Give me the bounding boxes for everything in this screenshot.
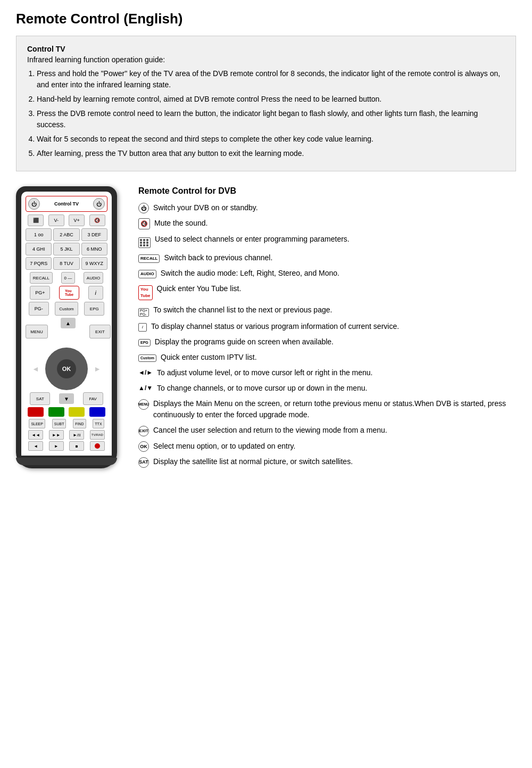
stop-btn[interactable]: ■ bbox=[69, 441, 84, 451]
exit-desc-icon: EXIT bbox=[138, 425, 149, 436]
numpad-icon bbox=[138, 234, 151, 248]
updown-icon: ▲/▼ bbox=[138, 383, 153, 393]
dvb-updown-text: To change channels, or to move cursor up… bbox=[157, 383, 516, 394]
mute-icon: 🔇 bbox=[138, 218, 150, 229]
color-buttons bbox=[26, 407, 107, 417]
num-9-btn[interactable]: 9 WXYZ bbox=[81, 257, 107, 270]
remote-screen-area: ⏻ Control TV ⏻ ⬛ V- V+ 🔇 1 oo 2 ABC 3 DE… bbox=[21, 192, 112, 456]
dpad: ◄ OK ► bbox=[32, 348, 101, 390]
remote-bottom bbox=[16, 458, 117, 465]
left-btn[interactable]: ◄ bbox=[32, 365, 39, 373]
dvb-recall-text: Switch back to previous channel. bbox=[164, 252, 516, 263]
down-btn[interactable]: ▼ bbox=[59, 393, 74, 404]
sat-row: SAT ▼ FAV bbox=[26, 392, 107, 405]
num-4-btn[interactable]: 4 GHI bbox=[26, 243, 52, 255]
audio-icon: AUDIO bbox=[138, 268, 156, 278]
num-0-btn[interactable]: 0 — bbox=[61, 272, 76, 284]
right-btn[interactable]: ► bbox=[94, 365, 101, 373]
sat-desc-icon: SAT bbox=[138, 457, 149, 468]
dvb-item-recall: RECALL Switch back to previous channel. bbox=[138, 252, 516, 263]
dvb-item-menu: MENU Displays the Main Menu on the scree… bbox=[138, 398, 516, 420]
pg-plus-btn[interactable]: PG+ bbox=[30, 286, 50, 300]
dvb-mute-text: Mute the sound. bbox=[154, 218, 516, 229]
dvb-item-updown: ▲/▼ To change channels, or to move curso… bbox=[138, 383, 516, 394]
epg-btn[interactable]: EPG bbox=[84, 302, 104, 316]
media-row-1: ◄◄ ►► ►/II TV/RAD bbox=[26, 430, 107, 440]
control-tv-label: Control TV bbox=[54, 201, 79, 207]
subt-btn[interactable]: SUBT bbox=[52, 419, 66, 428]
tv-rad-btn[interactable]: TV/RAD bbox=[90, 430, 105, 440]
step-5: After learning, press the TV button area… bbox=[37, 148, 505, 159]
step-2: Hand-held by learning remote control, ai… bbox=[37, 94, 505, 105]
info-desc-icon: i bbox=[138, 321, 147, 332]
main-content: ⏻ Control TV ⏻ ⬛ V- V+ 🔇 1 oo 2 ABC 3 DE… bbox=[16, 186, 516, 472]
prev-btn[interactable]: ◄ bbox=[28, 441, 43, 451]
rewind-btn[interactable]: ◄◄ bbox=[28, 430, 43, 440]
dvb-exit-text: Cancel the user selection and return to … bbox=[153, 425, 516, 436]
num-7-btn[interactable]: 7 PQRS bbox=[26, 257, 52, 270]
sat-btn[interactable]: SAT bbox=[30, 392, 50, 405]
sleep-btn[interactable]: SLEEP bbox=[29, 419, 45, 428]
play-pause-btn[interactable]: ►/II bbox=[69, 430, 84, 440]
custom-btn[interactable]: Custom bbox=[55, 302, 78, 316]
step-1: Press and hold the "Power" key of the TV… bbox=[37, 68, 505, 90]
fast-forward-btn[interactable]: ►► bbox=[49, 430, 64, 440]
dvb-epg-text: Display the programs guide on screen whe… bbox=[155, 336, 516, 348]
up-btn[interactable]: ▲ bbox=[61, 318, 76, 328]
dvb-pg-text: To switch the channel list to the next o… bbox=[153, 304, 516, 316]
dvb-numpad-text: Used to select channels or enter program… bbox=[155, 234, 516, 245]
dvb-youtube-text: Quick enter You Tube list. bbox=[157, 283, 516, 294]
pg-minus-btn[interactable]: PG- bbox=[29, 302, 49, 316]
num-2-btn[interactable]: 2 ABC bbox=[53, 228, 79, 241]
audio-btn[interactable]: AUDIO bbox=[84, 272, 103, 284]
ttx-btn[interactable]: TTX bbox=[93, 419, 104, 428]
blue-btn[interactable] bbox=[89, 407, 105, 417]
green-btn[interactable] bbox=[48, 407, 64, 417]
fav-btn[interactable]: FAV bbox=[83, 392, 103, 405]
power-btn-left[interactable]: ⏻ bbox=[28, 198, 40, 210]
control-tv-steps: Press and hold the "Power" key of the TV… bbox=[27, 68, 505, 159]
num-1-btn[interactable]: 1 oo bbox=[26, 228, 52, 241]
media-row-2: ◄ ► ■ bbox=[26, 441, 107, 451]
step-4: Wait for 5 seconds to repeat the second … bbox=[37, 134, 505, 145]
rec-btn[interactable] bbox=[90, 441, 105, 451]
pg-minus-row: PG- Custom EPG bbox=[26, 302, 107, 316]
num-3-btn[interactable]: 3 DEF bbox=[81, 228, 107, 241]
nav-top-row: MENU ▲ EXIT bbox=[26, 318, 111, 345]
dvb-item-sat: SAT Display the satellite list at normal… bbox=[138, 456, 516, 468]
vol-minus-btn[interactable]: V- bbox=[48, 214, 64, 226]
power-btn-right[interactable]: ⏻ bbox=[93, 198, 105, 210]
page-title: Remote Control (English) bbox=[16, 11, 516, 27]
find-btn[interactable]: FIND bbox=[73, 419, 86, 428]
num-5-btn[interactable]: 5 JKL bbox=[53, 243, 79, 255]
dvb-item-pg: PG+PG- To switch the channel list to the… bbox=[138, 304, 516, 317]
dvb-info-text: To display channel status or various pro… bbox=[151, 321, 516, 332]
recall-icon: RECALL bbox=[138, 253, 160, 263]
red-btn[interactable] bbox=[28, 407, 44, 417]
ok-desc-icon: OK bbox=[138, 441, 149, 452]
dvb-item-mute: 🔇 Mute the sound. bbox=[138, 218, 516, 229]
top-row: ⏻ Control TV ⏻ bbox=[26, 196, 107, 212]
dvb-menu-text: Displays the Main Menu on the screen, or… bbox=[153, 398, 516, 420]
recall-btn[interactable]: RECALL bbox=[30, 272, 53, 284]
dvb-title: Remote Control for DVB bbox=[138, 186, 516, 196]
dvb-sat-text: Display the satellite list at normal pic… bbox=[153, 456, 516, 467]
dvb-item-custom: Custom Quick enter custom IPTV list. bbox=[138, 352, 516, 363]
dvb-item-info: i To display channel status or various p… bbox=[138, 321, 516, 332]
next-btn[interactable]: ► bbox=[49, 441, 64, 451]
youtube-desc-icon: YouTube bbox=[138, 284, 153, 300]
control-tv-heading: Control TV bbox=[27, 45, 505, 53]
exit-btn[interactable]: EXIT bbox=[89, 325, 111, 338]
ok-btn[interactable]: OK bbox=[57, 359, 76, 378]
dvb-item-epg: EPG Display the programs guide on screen… bbox=[138, 336, 516, 348]
source-btn[interactable]: ⬛ bbox=[28, 214, 44, 226]
num-8-btn[interactable]: 8 TUV bbox=[53, 257, 79, 270]
remote-container: ⏻ Control TV ⏻ ⬛ V- V+ 🔇 1 oo 2 ABC 3 DE… bbox=[16, 186, 122, 468]
menu-btn[interactable]: MENU bbox=[26, 325, 48, 338]
yellow-btn[interactable] bbox=[69, 407, 85, 417]
mute-btn[interactable]: 🔇 bbox=[89, 214, 105, 226]
info-btn[interactable]: i bbox=[88, 286, 103, 300]
vol-plus-btn[interactable]: V+ bbox=[69, 214, 85, 226]
youtube-btn[interactable]: YouTube bbox=[59, 286, 79, 300]
num-6-btn[interactable]: 6 MNO bbox=[81, 243, 107, 255]
